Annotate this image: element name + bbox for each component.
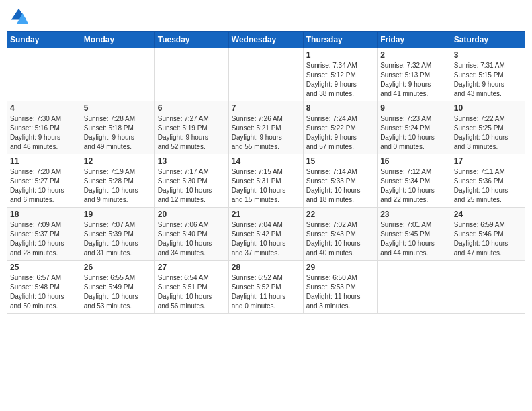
calendar-day-cell xyxy=(81,48,154,101)
calendar-week-row: 11Sunrise: 7:20 AM Sunset: 5:27 PM Dayli… xyxy=(7,154,525,208)
logo xyxy=(9,7,31,26)
day-info: Sunrise: 7:15 AM Sunset: 5:31 PM Dayligh… xyxy=(232,167,300,205)
calendar-day-cell: 14Sunrise: 7:15 AM Sunset: 5:31 PM Dayli… xyxy=(228,154,303,208)
calendar-day-cell: 20Sunrise: 7:06 AM Sunset: 5:40 PM Dayli… xyxy=(154,208,228,261)
day-info: Sunrise: 7:28 AM Sunset: 5:18 PM Dayligh… xyxy=(84,114,152,152)
day-number: 21 xyxy=(232,210,300,219)
weekday-header: Saturday xyxy=(451,32,525,48)
day-number: 9 xyxy=(380,103,448,113)
calendar-week-row: 1Sunrise: 7:34 AM Sunset: 5:12 PM Daylig… xyxy=(7,48,525,101)
day-number: 16 xyxy=(380,156,448,166)
day-info: Sunrise: 7:17 AM Sunset: 5:30 PM Dayligh… xyxy=(158,167,226,205)
day-info: Sunrise: 7:04 AM Sunset: 5:42 PM Dayligh… xyxy=(232,220,300,258)
day-info: Sunrise: 7:20 AM Sunset: 5:27 PM Dayligh… xyxy=(10,167,78,205)
day-number: 23 xyxy=(380,210,448,219)
day-info: Sunrise: 7:26 AM Sunset: 5:21 PM Dayligh… xyxy=(232,114,300,152)
day-number: 5 xyxy=(84,103,152,113)
day-info: Sunrise: 7:22 AM Sunset: 5:25 PM Dayligh… xyxy=(454,114,522,152)
calendar-day-cell: 12Sunrise: 7:19 AM Sunset: 5:28 PM Dayli… xyxy=(81,154,154,208)
day-info: Sunrise: 7:24 AM Sunset: 5:22 PM Dayligh… xyxy=(306,114,374,152)
day-number: 25 xyxy=(10,263,78,272)
calendar-day-cell: 22Sunrise: 7:02 AM Sunset: 5:43 PM Dayli… xyxy=(303,208,377,261)
calendar-day-cell: 9Sunrise: 7:23 AM Sunset: 5:24 PM Daylig… xyxy=(378,101,451,154)
day-info: Sunrise: 7:34 AM Sunset: 5:12 PM Dayligh… xyxy=(306,61,374,99)
day-number: 8 xyxy=(306,103,374,113)
day-info: Sunrise: 6:57 AM Sunset: 5:48 PM Dayligh… xyxy=(10,273,78,311)
calendar-day-cell: 26Sunrise: 6:55 AM Sunset: 5:49 PM Dayli… xyxy=(81,261,154,314)
day-number: 1 xyxy=(306,50,374,60)
day-number: 28 xyxy=(232,263,300,272)
calendar-day-cell: 19Sunrise: 7:07 AM Sunset: 5:39 PM Dayli… xyxy=(81,208,154,261)
calendar-header-row: SundayMondayTuesdayWednesdayThursdayFrid… xyxy=(7,32,525,48)
calendar-day-cell: 25Sunrise: 6:57 AM Sunset: 5:48 PM Dayli… xyxy=(7,261,81,314)
day-info: Sunrise: 7:01 AM Sunset: 5:45 PM Dayligh… xyxy=(380,220,448,258)
calendar-day-cell xyxy=(7,48,81,101)
day-info: Sunrise: 7:06 AM Sunset: 5:40 PM Dayligh… xyxy=(158,220,226,258)
day-number: 19 xyxy=(84,210,152,219)
day-number: 4 xyxy=(10,103,78,113)
calendar-table: SundayMondayTuesdayWednesdayThursdayFrid… xyxy=(7,31,525,314)
calendar-day-cell: 7Sunrise: 7:26 AM Sunset: 5:21 PM Daylig… xyxy=(228,101,303,154)
calendar-week-row: 18Sunrise: 7:09 AM Sunset: 5:37 PM Dayli… xyxy=(7,208,525,261)
weekday-header: Thursday xyxy=(303,32,377,48)
day-number: 7 xyxy=(232,103,300,113)
day-number: 29 xyxy=(306,263,374,272)
calendar-day-cell: 10Sunrise: 7:22 AM Sunset: 5:25 PM Dayli… xyxy=(451,101,525,154)
day-info: Sunrise: 7:19 AM Sunset: 5:28 PM Dayligh… xyxy=(84,167,152,205)
day-info: Sunrise: 6:55 AM Sunset: 5:49 PM Dayligh… xyxy=(84,273,152,311)
day-number: 27 xyxy=(158,263,226,272)
calendar-day-cell: 18Sunrise: 7:09 AM Sunset: 5:37 PM Dayli… xyxy=(7,208,81,261)
day-info: Sunrise: 7:11 AM Sunset: 5:36 PM Dayligh… xyxy=(454,167,522,205)
day-info: Sunrise: 7:31 AM Sunset: 5:15 PM Dayligh… xyxy=(454,61,522,99)
day-number: 13 xyxy=(158,156,226,166)
weekday-header: Sunday xyxy=(7,32,81,48)
day-number: 10 xyxy=(454,103,522,113)
day-info: Sunrise: 7:30 AM Sunset: 5:16 PM Dayligh… xyxy=(10,114,78,152)
day-info: Sunrise: 6:50 AM Sunset: 5:53 PM Dayligh… xyxy=(306,273,374,311)
calendar-day-cell: 4Sunrise: 7:30 AM Sunset: 5:16 PM Daylig… xyxy=(7,101,81,154)
day-info: Sunrise: 7:02 AM Sunset: 5:43 PM Dayligh… xyxy=(306,220,374,258)
day-number: 22 xyxy=(306,210,374,219)
calendar-day-cell: 23Sunrise: 7:01 AM Sunset: 5:45 PM Dayli… xyxy=(378,208,451,261)
calendar-day-cell: 16Sunrise: 7:12 AM Sunset: 5:34 PM Dayli… xyxy=(378,154,451,208)
day-number: 26 xyxy=(84,263,152,272)
calendar-day-cell: 17Sunrise: 7:11 AM Sunset: 5:36 PM Dayli… xyxy=(451,154,525,208)
day-info: Sunrise: 6:52 AM Sunset: 5:52 PM Dayligh… xyxy=(232,273,300,311)
calendar-day-cell xyxy=(228,48,303,101)
calendar-day-cell: 29Sunrise: 6:50 AM Sunset: 5:53 PM Dayli… xyxy=(303,261,377,314)
day-number: 11 xyxy=(10,156,78,166)
day-number: 24 xyxy=(454,210,522,219)
calendar-day-cell: 24Sunrise: 6:59 AM Sunset: 5:46 PM Dayli… xyxy=(451,208,525,261)
calendar-day-cell: 2Sunrise: 7:32 AM Sunset: 5:13 PM Daylig… xyxy=(378,48,451,101)
calendar-day-cell: 28Sunrise: 6:52 AM Sunset: 5:52 PM Dayli… xyxy=(228,261,303,314)
calendar-day-cell: 27Sunrise: 6:54 AM Sunset: 5:51 PM Dayli… xyxy=(154,261,228,314)
day-info: Sunrise: 7:12 AM Sunset: 5:34 PM Dayligh… xyxy=(380,167,448,205)
day-info: Sunrise: 7:32 AM Sunset: 5:13 PM Dayligh… xyxy=(380,61,448,99)
calendar-day-cell xyxy=(154,48,228,101)
weekday-header: Monday xyxy=(81,32,154,48)
day-info: Sunrise: 7:27 AM Sunset: 5:19 PM Dayligh… xyxy=(158,114,226,152)
calendar-day-cell: 3Sunrise: 7:31 AM Sunset: 5:15 PM Daylig… xyxy=(451,48,525,101)
day-number: 20 xyxy=(158,210,226,219)
day-info: Sunrise: 6:59 AM Sunset: 5:46 PM Dayligh… xyxy=(454,220,522,258)
day-number: 12 xyxy=(84,156,152,166)
weekday-header: Tuesday xyxy=(154,32,228,48)
weekday-header: Friday xyxy=(378,32,451,48)
day-number: 15 xyxy=(306,156,374,166)
logo-icon xyxy=(9,7,28,26)
calendar-day-cell: 8Sunrise: 7:24 AM Sunset: 5:22 PM Daylig… xyxy=(303,101,377,154)
day-number: 2 xyxy=(380,50,448,60)
calendar-day-cell: 13Sunrise: 7:17 AM Sunset: 5:30 PM Dayli… xyxy=(154,154,228,208)
calendar-week-row: 4Sunrise: 7:30 AM Sunset: 5:16 PM Daylig… xyxy=(7,101,525,154)
day-info: Sunrise: 7:07 AM Sunset: 5:39 PM Dayligh… xyxy=(84,220,152,258)
day-info: Sunrise: 7:09 AM Sunset: 5:37 PM Dayligh… xyxy=(10,220,78,258)
weekday-header: Wednesday xyxy=(228,32,303,48)
day-info: Sunrise: 7:23 AM Sunset: 5:24 PM Dayligh… xyxy=(380,114,448,152)
calendar-day-cell: 11Sunrise: 7:20 AM Sunset: 5:27 PM Dayli… xyxy=(7,154,81,208)
calendar-day-cell: 5Sunrise: 7:28 AM Sunset: 5:18 PM Daylig… xyxy=(81,101,154,154)
page-header xyxy=(7,7,525,26)
day-number: 18 xyxy=(10,210,78,219)
day-number: 6 xyxy=(158,103,226,113)
day-info: Sunrise: 7:14 AM Sunset: 5:33 PM Dayligh… xyxy=(306,167,374,205)
day-number: 14 xyxy=(232,156,300,166)
